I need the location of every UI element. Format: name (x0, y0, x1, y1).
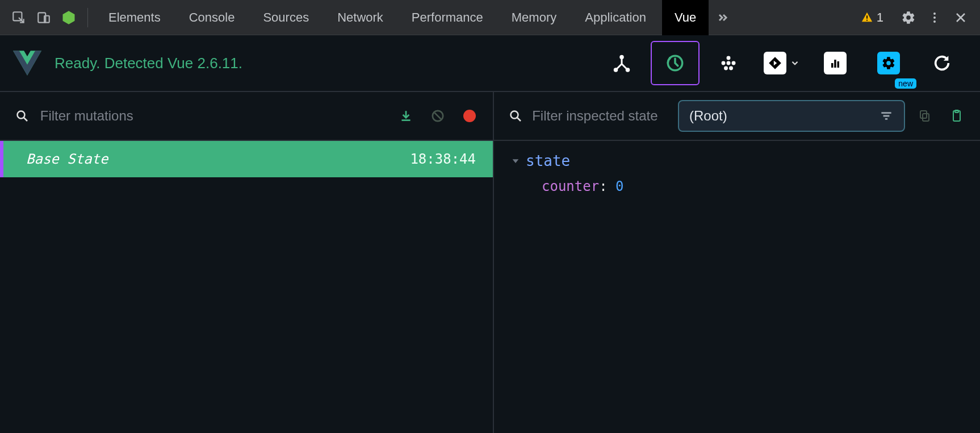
inspect-element-icon[interactable] (8, 7, 30, 28)
filter-list-icon (879, 109, 894, 123)
search-icon (11, 104, 33, 128)
svg-rect-20 (831, 63, 834, 68)
mutation-row[interactable]: Base State 18:38:44 (0, 141, 493, 177)
tab-components[interactable] (597, 41, 646, 85)
state-key: counter (542, 178, 599, 194)
tab-vue[interactable]: Vue (662, 0, 709, 35)
svg-marker-3 (63, 11, 75, 24)
tab-elements[interactable]: Elements (96, 0, 173, 35)
refresh-button[interactable] (918, 41, 966, 85)
node-icon[interactable] (58, 7, 79, 28)
main-split: Base State 18:38:44 (Root) (0, 92, 980, 433)
tab-divider (87, 8, 88, 27)
close-devtools-icon[interactable] (949, 6, 972, 29)
svg-point-16 (732, 61, 736, 65)
svg-point-19 (727, 61, 731, 65)
state-viewer: state counter: 0 (494, 141, 980, 433)
filter-mutations-input[interactable] (40, 108, 386, 124)
warnings-indicator[interactable]: 1 (861, 10, 883, 25)
svg-point-8 (933, 20, 936, 23)
svg-point-17 (724, 66, 728, 70)
svg-rect-5 (866, 19, 868, 20)
state-toolbar: (Root) (494, 92, 980, 141)
tab-sources[interactable]: Sources (250, 0, 321, 35)
vue-status-text: Ready. Detected Vue 2.6.11. (55, 55, 242, 72)
commit-icon[interactable] (394, 104, 418, 128)
svg-point-18 (729, 66, 733, 70)
chevron-down-icon (790, 58, 800, 68)
svg-rect-22 (837, 61, 840, 68)
svg-point-6 (933, 13, 936, 15)
tab-memory[interactable]: Memory (499, 0, 569, 35)
svg-point-24 (18, 111, 25, 119)
settings-icon[interactable] (897, 6, 920, 29)
tab-settings[interactable]: new (864, 41, 913, 85)
devtools-tab-bar: Elements Console Sources Network Perform… (0, 0, 980, 35)
state-colon: : (599, 178, 615, 194)
tab-routing[interactable] (757, 41, 806, 85)
svg-point-10 (614, 68, 618, 72)
kebab-menu-icon[interactable] (923, 6, 946, 29)
warnings-count: 1 (877, 10, 883, 25)
svg-rect-27 (923, 114, 929, 121)
state-pane: (Root) state counter: 0 (494, 92, 980, 433)
search-icon (505, 104, 525, 128)
record-icon[interactable] (458, 104, 481, 128)
collapse-arrow-icon[interactable] (511, 156, 520, 165)
svg-point-9 (619, 55, 624, 60)
state-kv: counter: 0 (542, 178, 963, 194)
vue-logo-icon (11, 47, 43, 79)
svg-rect-4 (866, 15, 868, 18)
toggle-device-icon[interactable] (33, 7, 55, 28)
mutations-toolbar (0, 92, 493, 141)
svg-point-14 (727, 56, 731, 60)
svg-rect-28 (920, 111, 927, 118)
svg-point-26 (510, 111, 518, 119)
svg-point-7 (933, 16, 936, 19)
tab-performance[interactable] (811, 41, 860, 85)
filter-state-input[interactable] (532, 108, 670, 124)
new-badge: new (895, 78, 916, 89)
tab-events[interactable] (704, 41, 753, 85)
module-selector-value: (Root) (689, 108, 727, 124)
svg-point-11 (626, 68, 630, 72)
more-tabs-icon[interactable] (712, 7, 734, 28)
mutation-list: Base State 18:38:44 (0, 141, 493, 433)
tab-network[interactable]: Network (325, 0, 396, 35)
import-state-icon[interactable] (945, 104, 969, 128)
copy-state-icon[interactable] (913, 104, 937, 128)
state-value: 0 (615, 178, 623, 194)
mutation-label: Base State (26, 151, 108, 167)
tab-vuex[interactable] (651, 41, 700, 85)
svg-point-15 (722, 61, 726, 65)
tab-performance[interactable]: Performance (399, 0, 496, 35)
svg-rect-21 (834, 60, 836, 68)
state-section-title: state (526, 152, 570, 169)
tab-console[interactable]: Console (177, 0, 248, 35)
tab-application[interactable]: Application (572, 0, 659, 35)
module-selector[interactable]: (Root) (678, 100, 905, 132)
mutations-pane: Base State 18:38:44 (0, 92, 494, 433)
vue-devtools-header: Ready. Detected Vue 2.6.11. new (0, 35, 980, 92)
revert-icon[interactable] (426, 104, 450, 128)
mutation-time: 18:38:44 (410, 151, 476, 167)
